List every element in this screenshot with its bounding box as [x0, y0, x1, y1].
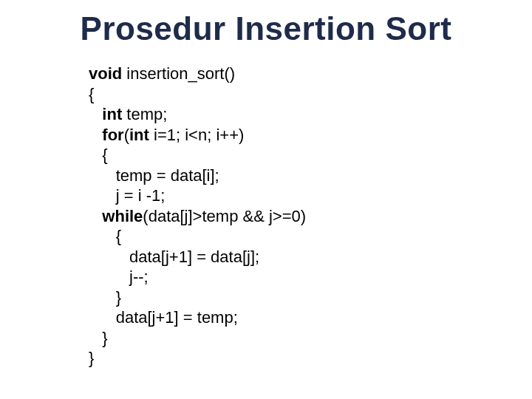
slide-title: Prosedur Insertion Sort [0, 10, 532, 47]
keyword-for: for [102, 126, 123, 144]
slide: Prosedur Insertion Sort void insertion_s… [0, 0, 532, 399]
keyword-while: while [102, 207, 143, 225]
keyword-void: void [89, 64, 122, 83]
code-line-1: void insertion_sort() [89, 64, 235, 83]
code-line-2: { [89, 85, 94, 103]
code-line-4: for(int i=1; i<n; i++) [102, 126, 244, 144]
code-line-6: temp = data[i]; [116, 166, 219, 185]
code-text: temp; [122, 105, 167, 123]
code-text: ( [124, 126, 129, 144]
code-block: void insertion_sort() { int temp; for(in… [89, 64, 306, 369]
keyword-int: int [129, 126, 149, 144]
code-line-15: } [89, 349, 94, 367]
code-line-5: { [102, 146, 107, 164]
code-line-10: data[j+1] = data[j]; [129, 248, 259, 266]
code-line-9: { [116, 227, 121, 245]
code-line-8: while(data[j]>temp && j>=0) [102, 207, 306, 225]
keyword-int: int [102, 105, 122, 123]
code-text: i=1; i<n; i++) [149, 126, 244, 144]
code-line-13: data[j+1] = temp; [116, 308, 238, 327]
code-text: insertion_sort() [122, 64, 235, 83]
code-line-7: j = i -1; [116, 186, 166, 205]
code-line-14: } [102, 329, 107, 347]
code-text: (data[j]>temp && j>=0) [143, 207, 306, 225]
code-line-12: } [116, 288, 121, 307]
code-line-11: j--; [129, 267, 149, 286]
code-line-3: int temp; [102, 105, 167, 123]
